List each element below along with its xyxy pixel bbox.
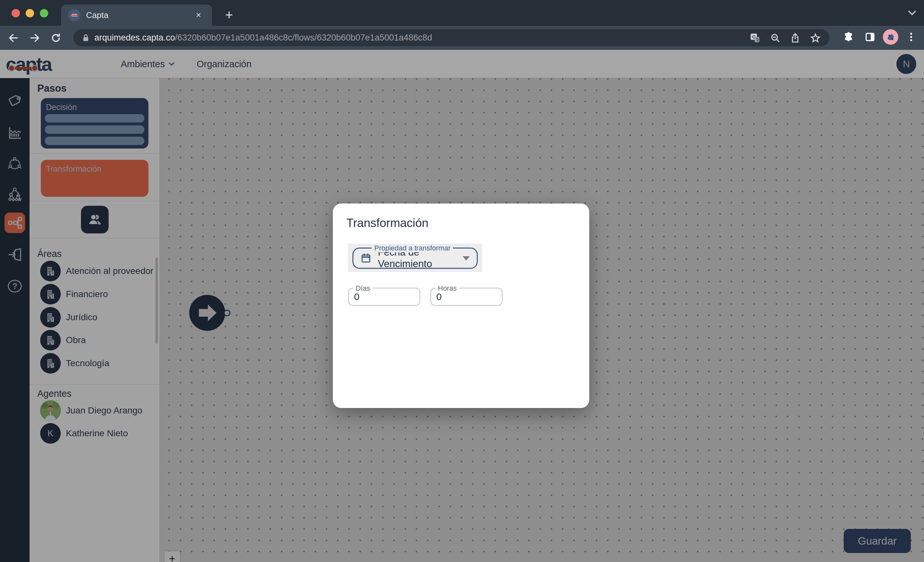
close-tab-icon[interactable]: × <box>192 9 205 21</box>
profile-avatar[interactable] <box>883 29 898 45</box>
menu-kebab-icon[interactable] <box>903 29 920 45</box>
horas-value: 0 <box>436 291 442 302</box>
url-path: /6320b60b07e1a5001a486c8c/flows/6320b60b… <box>175 33 432 42</box>
property-select-label: Propiedad a transformar <box>372 244 453 252</box>
dias-label: Días <box>353 284 372 293</box>
bookmark-star-icon[interactable] <box>810 32 821 44</box>
transformation-modal: Transformación Propiedad a transformar F… <box>333 203 589 408</box>
forward-button[interactable] <box>26 29 44 47</box>
select-caret-icon <box>463 256 470 260</box>
horas-input[interactable]: Horas 0 <box>430 288 502 306</box>
url-bar[interactable]: arquimedes.capta.co/6320b60b07e1a5001a48… <box>73 29 830 46</box>
browser-toolbar: arquimedes.capta.co/6320b60b07e1a5001a48… <box>0 26 924 50</box>
url-host: arquimedes.capta.co <box>94 33 175 42</box>
lock-icon[interactable] <box>82 33 90 43</box>
screen: ca Capta × + arquimedes.capta.co/6320b60… <box>0 0 924 562</box>
url-text: arquimedes.capta.co/6320b60b07e1a5001a48… <box>94 33 749 43</box>
browser-tab-strip: ca Capta × + <box>0 0 924 26</box>
side-panel-icon[interactable] <box>862 29 878 45</box>
new-tab-button[interactable]: + <box>221 7 237 23</box>
dias-value: 0 <box>354 291 360 302</box>
tab-title: Capta <box>86 10 192 20</box>
browser-tab[interactable]: ca Capta × <box>61 5 212 26</box>
zoom-out-icon[interactable] <box>770 33 781 44</box>
window-close-button[interactable] <box>12 9 20 17</box>
modal-title: Transformación <box>346 216 429 230</box>
extensions-puzzle-icon[interactable] <box>840 29 857 45</box>
window-zoom-button[interactable] <box>40 9 48 17</box>
capta-favicon: ca <box>68 9 80 21</box>
back-button[interactable] <box>4 29 22 47</box>
share-icon[interactable] <box>790 33 801 44</box>
window-minimize-button[interactable] <box>26 9 34 17</box>
translate-icon[interactable]: G文 <box>749 32 761 44</box>
horas-label: Horas <box>436 284 459 293</box>
tab-search-chevron-icon[interactable] <box>907 10 917 16</box>
calendar-icon <box>360 253 371 264</box>
dias-input[interactable]: Días 0 <box>348 288 420 306</box>
svg-text:文: 文 <box>756 37 760 42</box>
reload-button[interactable] <box>47 29 65 47</box>
property-select[interactable]: Propiedad a transformar Fecha de Vencimi… <box>352 248 478 269</box>
